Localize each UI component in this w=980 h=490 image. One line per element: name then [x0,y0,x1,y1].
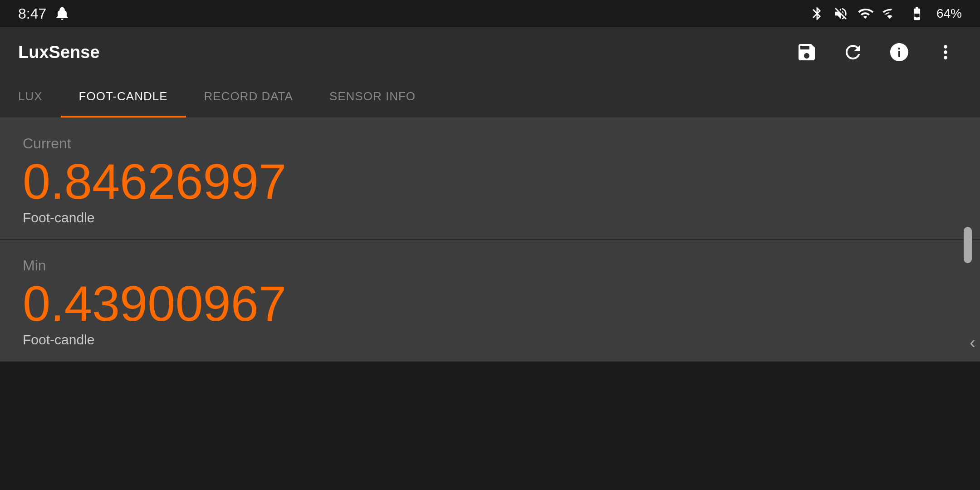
status-time: 8:47 [18,5,46,22]
current-unit: Foot-candle [23,210,957,225]
save-button[interactable] [790,36,823,69]
current-value: 0.84626997 [23,157,957,206]
battery-icon [906,6,928,21]
battery-percent: 64% [936,6,962,21]
tab-bar: LUX FOOT-CANDLE RECORD DATA SENSOR INFO [0,77,980,118]
tab-lux[interactable]: LUX [0,77,61,118]
tab-foot-candle[interactable]: FOOT-CANDLE [61,77,186,118]
chevron-left-icon[interactable]: ‹ [970,333,975,353]
app-title: LuxSense [18,43,100,62]
min-card: Min 0.43900967 Foot-candle [0,240,980,362]
tab-sensor-info[interactable]: SENSOR INFO [311,77,434,118]
content: Current 0.84626997 Foot-candle Min 0.439… [0,118,980,362]
status-right: 64% [809,6,962,21]
refresh-button[interactable] [837,36,869,69]
app-bar-actions [790,36,962,69]
bluetooth-icon [809,6,825,21]
current-card: Current 0.84626997 Foot-candle [0,118,980,240]
svg-rect-1 [914,14,919,17]
min-label: Min [23,257,957,274]
status-bar: 8:47 64% [0,0,980,27]
refresh-icon [842,41,864,63]
signal-icon [882,6,897,21]
status-left: 8:47 [18,5,70,22]
notification-icon [54,6,70,21]
min-value: 0.43900967 [23,279,957,328]
mute-icon [833,6,848,21]
more-button[interactable] [929,36,962,69]
info-button[interactable] [883,36,916,69]
min-unit: Foot-candle [23,332,957,348]
info-icon [888,41,910,63]
app-bar: LuxSense [0,27,980,77]
current-label: Current [23,135,957,152]
scroll-indicator [964,227,972,263]
more-icon [935,41,956,63]
save-icon [796,41,818,63]
wifi-icon [857,6,874,21]
tab-record-data[interactable]: RECORD DATA [186,77,311,118]
